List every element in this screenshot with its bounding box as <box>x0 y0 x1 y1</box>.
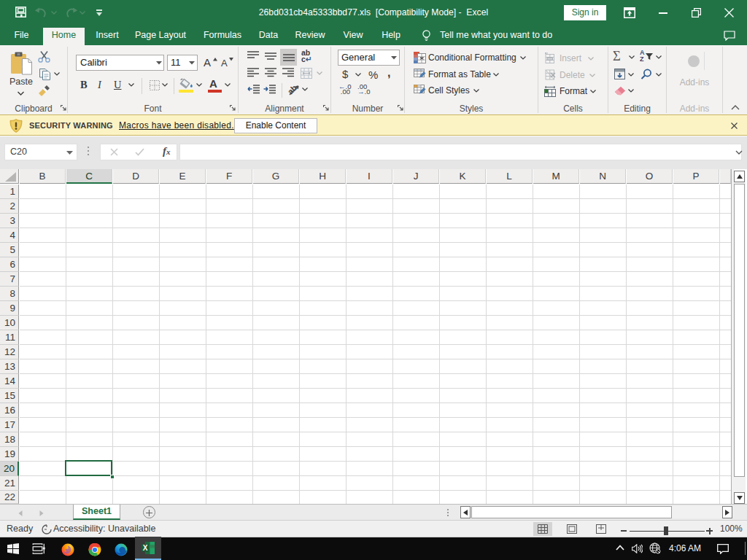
svg-text:X: X <box>143 544 148 552</box>
